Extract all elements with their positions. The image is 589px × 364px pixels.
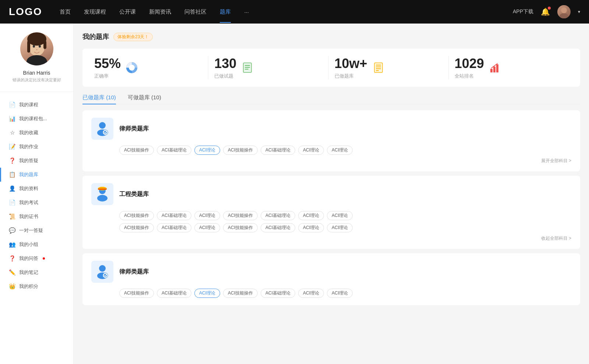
tag-item[interactable]: ACI技能操作 (119, 211, 154, 220)
tab-done-banks[interactable]: 已做题库 (10) (82, 94, 116, 104)
svg-point-12 (129, 65, 135, 71)
sidebar-item-my-qbank[interactable]: 📋 我的题库 (0, 168, 73, 182)
tag-item[interactable]: ACI理论 (194, 223, 220, 232)
svg-rect-6 (43, 42, 46, 49)
tag-item[interactable]: ACI基础理论 (261, 211, 295, 220)
sidebar-item-my-questions[interactable]: ❓ 我的答疑 (0, 154, 73, 168)
svg-rect-24 (496, 64, 498, 72)
avatar-image (557, 5, 571, 18)
my-collection-icon: ☆ (9, 129, 15, 136)
tag-item[interactable]: ACI理论 (298, 146, 324, 155)
stat-rank-label: 全站排名 (455, 73, 484, 79)
nav-more[interactable]: ··· (244, 9, 249, 15)
tag-item[interactable]: ACI理论 (327, 211, 353, 220)
tag-item[interactable]: ACI理论 (298, 289, 324, 298)
tag-item-active[interactable]: ACI理论 (194, 289, 220, 298)
svg-point-8 (39, 45, 41, 48)
sidebar-item-my-course-pkg[interactable]: 📊 我的课程包... (0, 112, 73, 126)
my-notes-label: 我的笔记 (19, 269, 38, 276)
tag-item[interactable]: ACI技能操作 (223, 146, 258, 155)
tag-item[interactable]: ACI技能操作 (119, 146, 154, 155)
qbank-3-header: 律师类题库 (91, 261, 571, 283)
sidebar-item-my-answers[interactable]: ❓ 我的问答 (0, 251, 73, 265)
stats-card: 55% 正确率 130 已做试题 (82, 49, 580, 87)
tag-item[interactable]: ACI基础理论 (157, 223, 191, 232)
sidebar-item-my-cert[interactable]: 📜 我的证书 (0, 210, 73, 224)
tab-available-banks[interactable]: 可做题库 (10) (128, 94, 161, 104)
sidebar-item-my-exam[interactable]: 📄 我的考试 (0, 196, 73, 210)
my-group-label: 我的小组 (19, 241, 38, 248)
sidebar-username: Brian Harris (23, 70, 50, 76)
avatar[interactable] (557, 5, 571, 18)
qbank-card-2: 工程类题库 ACI技能操作 ACI基础理论 ACI理论 ACI技能操作 ACI基… (82, 176, 580, 249)
my-questions-label: 我的答疑 (19, 157, 38, 164)
tag-item[interactable]: ACI基础理论 (157, 146, 191, 155)
nav-discover[interactable]: 发现课程 (84, 8, 106, 15)
done-banks-icon (372, 61, 385, 74)
sidebar-item-my-points[interactable]: 👑 我的积分 (0, 279, 73, 293)
stat-done-questions-info: 130 已做试题 (214, 56, 236, 79)
notification-bell[interactable]: 🔔 (541, 7, 550, 16)
tag-item[interactable]: ACI技能操作 (223, 223, 258, 232)
tag-item[interactable]: ACI基础理论 (157, 211, 191, 220)
my-points-icon: 👑 (9, 283, 15, 290)
svg-rect-17 (374, 63, 382, 72)
tag-item[interactable]: ACI技能操作 (223, 211, 258, 220)
page-header: 我的题库 体验剩余23天！ (82, 32, 580, 41)
tag-item[interactable]: ACI基础理论 (157, 289, 191, 298)
user-menu-chevron[interactable]: ▾ (578, 9, 580, 14)
svg-rect-19 (376, 67, 381, 67)
accuracy-icon (125, 61, 138, 74)
qbank-1-expand[interactable]: 展开全部科目 > (541, 158, 571, 164)
logo[interactable]: LOGO (9, 6, 42, 18)
tag-item[interactable]: ACI技能操作 (119, 289, 154, 298)
svg-rect-22 (490, 69, 493, 72)
navbar: LOGO 首页 发现课程 公开课 新闻资讯 问答社区 题库 ··· APP下载 … (0, 0, 589, 24)
tag-item[interactable]: ACI技能操作 (223, 289, 258, 298)
nav-opencourse[interactable]: 公开课 (119, 8, 136, 15)
tag-item[interactable]: ACI理论 (194, 211, 220, 220)
my-course-pkg-label: 我的课程包... (19, 115, 47, 122)
nav-news[interactable]: 新闻资讯 (149, 8, 171, 15)
sidebar-item-my-homework[interactable]: 📝 我的作业 (0, 140, 73, 154)
my-qbank-label: 我的题库 (19, 171, 38, 178)
stat-done-banks-value: 10w+ (335, 56, 367, 71)
tag-item[interactable]: ACI理论 (298, 211, 324, 220)
tag-item[interactable]: ACI理论 (327, 223, 353, 232)
stat-done-questions: 130 已做试题 (208, 56, 328, 79)
tag-item[interactable]: ACI技能操作 (119, 223, 154, 232)
nav-qbank[interactable]: 题库 (220, 8, 231, 15)
app-download-link[interactable]: APP下载 (513, 8, 533, 15)
svg-point-25 (99, 122, 106, 129)
sidebar-item-my-group[interactable]: 👥 我的小组 (0, 238, 73, 251)
sidebar-item-one-to-one[interactable]: 💬 一对一答疑 (0, 224, 73, 238)
my-questions-icon: ❓ (9, 157, 15, 164)
nav-home[interactable]: 首页 (60, 8, 71, 15)
tag-item-active[interactable]: ACI理论 (194, 146, 220, 155)
sidebar-item-my-notes[interactable]: ✏️ 我的笔记 (0, 265, 73, 279)
tag-item[interactable]: ACI理论 (327, 146, 353, 155)
sidebar-item-my-course[interactable]: 📄 我的课程 (0, 98, 73, 112)
sidebar-item-my-profile[interactable]: 👤 我的资料 (0, 182, 73, 196)
qbank-1-tags: ACI技能操作 ACI基础理论 ACI理论 ACI技能操作 ACI基础理论 AC… (119, 146, 571, 155)
my-cert-label: 我的证书 (19, 213, 38, 220)
stat-done-questions-label: 已做试题 (214, 73, 236, 79)
nav-qa[interactable]: 问答社区 (184, 8, 207, 15)
tag-item[interactable]: ACI理论 (298, 223, 324, 232)
svg-point-1 (560, 13, 568, 18)
sidebar-motto: 错误的决定比没有决定要好 (13, 77, 61, 83)
qbank-2-collapse[interactable]: 收起全部科目 > (541, 235, 571, 242)
my-course-pkg-icon: 📊 (9, 115, 15, 122)
svg-rect-23 (493, 67, 495, 72)
tag-item[interactable]: ACI理论 (327, 289, 353, 298)
one-to-one-label: 一对一答疑 (19, 227, 43, 234)
my-profile-label: 我的资料 (19, 185, 38, 192)
tag-item[interactable]: ACI基础理论 (261, 223, 295, 232)
tag-item[interactable]: ACI基础理论 (261, 289, 295, 298)
my-exam-icon: 📄 (9, 199, 15, 206)
sidebar-item-my-collection[interactable]: ☆ 我的收藏 (0, 126, 73, 140)
svg-rect-16 (245, 69, 248, 69)
my-exam-label: 我的考试 (19, 199, 38, 206)
sidebar-avatar[interactable] (20, 32, 53, 65)
tag-item[interactable]: ACI基础理论 (261, 146, 295, 155)
